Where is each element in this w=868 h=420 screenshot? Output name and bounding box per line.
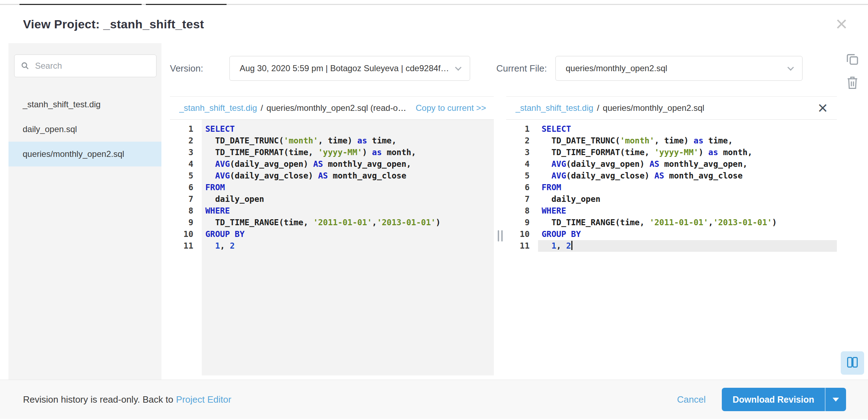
line-number: 8 bbox=[170, 205, 202, 217]
view-project-modal: View Project: _stanh_shift_test × _stanh… bbox=[0, 0, 868, 419]
line-number: 5 bbox=[506, 170, 538, 182]
code-line-text: SELECT bbox=[202, 123, 494, 135]
line-number: 8 bbox=[506, 205, 538, 217]
code-line-text: TD_DATE_TRUNC('month', time) as time, bbox=[202, 135, 494, 147]
code-line-text: GROUP BY bbox=[538, 228, 837, 240]
code-line-text: TD_TIME_RANGE(time, '2011-01-01','2013-0… bbox=[538, 217, 837, 228]
close-icon[interactable]: × bbox=[835, 13, 847, 34]
readonly-code-editor[interactable]: 1SELECT2 TD_DATE_TRUNC('month', time) as… bbox=[170, 120, 494, 375]
chevron-down-icon bbox=[455, 64, 461, 70]
code-line[interactable]: 5 AVG(daily_avg_close) AS month_avg_clos… bbox=[506, 170, 837, 182]
copy-icon bbox=[846, 61, 859, 67]
code-line[interactable]: 3 TD_TIME_FORMAT(time, 'yyyy-MM') as mon… bbox=[170, 147, 494, 158]
code-line-text: AVG(daily_avg_close) AS month_avg_close bbox=[202, 170, 494, 182]
code-line[interactable]: 10GROUP BY bbox=[170, 228, 494, 240]
code-line[interactable]: 8WHERE bbox=[170, 205, 494, 217]
breadcrumb-project-link[interactable]: _stanh_shift_test.dig bbox=[179, 103, 257, 113]
code-line[interactable]: 2 TD_DATE_TRUNC('month', time) as time, bbox=[506, 135, 837, 147]
line-number: 10 bbox=[170, 228, 202, 240]
line-number: 7 bbox=[506, 193, 538, 205]
search-box bbox=[14, 55, 156, 77]
line-number: 11 bbox=[170, 240, 202, 252]
sidebar-file-item[interactable]: _stanh_shift_test.dig bbox=[8, 92, 161, 117]
resize-handle-icon[interactable] bbox=[498, 230, 503, 242]
code-line[interactable]: 10GROUP BY bbox=[506, 228, 837, 240]
search-icon bbox=[21, 61, 30, 72]
code-line-text: FROM bbox=[538, 182, 837, 193]
code-line-text: daily_open bbox=[538, 193, 837, 205]
breadcrumb: _stanh_shift_test.dig/queries/monthly_op… bbox=[515, 103, 704, 113]
code-line[interactable]: 1SELECT bbox=[506, 123, 837, 135]
code-line[interactable]: 4 AVG(daily_avg_open) AS monthly_avg_ope… bbox=[170, 158, 494, 170]
code-line[interactable]: 7 daily_open bbox=[170, 193, 494, 205]
code-line[interactable]: 9 TD_TIME_RANGE(time, '2011-01-01','2013… bbox=[170, 217, 494, 228]
version-select[interactable]: Aug 30, 2020 5:59 pm | Botagoz Suleyeva … bbox=[229, 56, 470, 81]
sidebar-file-item[interactable]: queries/monthly_open2.sql bbox=[8, 142, 161, 166]
page-title: View Project: _stanh_shift_test bbox=[23, 17, 204, 31]
footer-actions: Cancel Download Revision bbox=[677, 388, 846, 411]
code-line-text: TD_TIME_FORMAT(time, 'yyyy-MM') as month… bbox=[202, 147, 494, 158]
search-input[interactable] bbox=[14, 55, 156, 77]
code-line[interactable]: 6FROM bbox=[170, 182, 494, 193]
main-content: Version: Aug 30, 2020 5:59 pm | Botagoz … bbox=[170, 43, 837, 380]
current-panel-header: _stanh_shift_test.dig/queries/monthly_op… bbox=[506, 96, 837, 120]
line-number: 5 bbox=[170, 170, 202, 182]
breadcrumb-project-link[interactable]: _stanh_shift_test.dig bbox=[515, 103, 593, 113]
code-line-text: GROUP BY bbox=[202, 228, 494, 240]
copy-to-current-link[interactable]: Copy to current >> bbox=[416, 103, 486, 113]
line-number: 4 bbox=[506, 158, 538, 170]
breadcrumb-separator: / bbox=[597, 103, 599, 113]
code-line[interactable]: 1SELECT bbox=[170, 123, 494, 135]
code-line-text: SELECT bbox=[538, 123, 837, 135]
version-value: Aug 30, 2020 5:59 pm | Botagoz Suleyeva … bbox=[240, 63, 450, 73]
right-icon-rail bbox=[837, 43, 868, 380]
line-number: 7 bbox=[170, 193, 202, 205]
current-file-select[interactable]: queries/monthly_open2.sql bbox=[555, 56, 803, 81]
revision-panel-header: _stanh_shift_test.dig/queries/monthly_op… bbox=[170, 96, 494, 120]
download-options-button[interactable] bbox=[825, 388, 846, 411]
text-cursor bbox=[571, 241, 572, 250]
delete-file-button[interactable] bbox=[846, 75, 859, 90]
toolbar: Version: Aug 30, 2020 5:59 pm | Botagoz … bbox=[170, 56, 837, 81]
line-number: 1 bbox=[506, 123, 538, 135]
sidebar-file-item[interactable]: daily_open.sql bbox=[8, 117, 161, 142]
footer-message: Revision history is read-only. Back toPr… bbox=[23, 394, 231, 405]
code-line[interactable]: 7 daily_open bbox=[506, 193, 837, 205]
code-line[interactable]: 11 1, 2 bbox=[506, 240, 837, 252]
code-line-text: WHERE bbox=[202, 205, 494, 217]
code-line-text: FROM bbox=[202, 182, 494, 193]
line-number: 9 bbox=[506, 217, 538, 228]
code-line-text: daily_open bbox=[202, 193, 494, 205]
code-line-text: AVG(daily_avg_open) AS monthly_avg_open, bbox=[202, 158, 494, 170]
cancel-button[interactable]: Cancel bbox=[677, 394, 706, 405]
code-line[interactable]: 3 TD_TIME_FORMAT(time, 'yyyy-MM') as mon… bbox=[506, 147, 837, 158]
line-number: 6 bbox=[170, 182, 202, 193]
copy-file-button[interactable] bbox=[846, 52, 859, 66]
code-line[interactable]: 9 TD_TIME_RANGE(time, '2011-01-01','2013… bbox=[506, 217, 837, 228]
code-line[interactable]: 6FROM bbox=[506, 182, 837, 193]
code-line[interactable]: 11 1, 2 bbox=[170, 240, 494, 252]
current-code-editor[interactable]: 1SELECT2 TD_DATE_TRUNC('month', time) as… bbox=[506, 120, 837, 375]
code-line-text: TD_DATE_TRUNC('month', time) as time, bbox=[538, 135, 837, 147]
code-line[interactable]: 8WHERE bbox=[506, 205, 837, 217]
line-number: 11 bbox=[506, 240, 538, 252]
code-line-text: TD_TIME_RANGE(time, '2011-01-01','2013-0… bbox=[202, 217, 494, 228]
split-view-icon bbox=[846, 356, 859, 370]
project-editor-link[interactable]: Project Editor bbox=[176, 394, 231, 405]
panel-close-icon[interactable]: × bbox=[818, 100, 828, 117]
current-file-panel: _stanh_shift_test.dig/queries/monthly_op… bbox=[506, 96, 837, 375]
line-number: 9 bbox=[170, 217, 202, 228]
line-number: 3 bbox=[170, 147, 202, 158]
code-line[interactable]: 4 AVG(daily_avg_open) AS monthly_avg_ope… bbox=[506, 158, 837, 170]
top-edge-decoration bbox=[0, 0, 868, 5]
breadcrumb: _stanh_shift_test.dig/queries/monthly_op… bbox=[179, 103, 409, 113]
line-number: 4 bbox=[170, 158, 202, 170]
split-view-button[interactable] bbox=[841, 351, 864, 375]
footer-message-text: Revision history is read-only. Back to bbox=[23, 394, 173, 405]
line-number: 2 bbox=[170, 135, 202, 147]
code-line-text: 1, 2 bbox=[202, 240, 494, 252]
download-revision-button[interactable]: Download Revision bbox=[722, 388, 825, 411]
code-line[interactable]: 2 TD_DATE_TRUNC('month', time) as time, bbox=[170, 135, 494, 147]
code-line[interactable]: 5 AVG(daily_avg_close) AS month_avg_clos… bbox=[170, 170, 494, 182]
file-list: _stanh_shift_test.digdaily_open.sqlqueri… bbox=[8, 92, 161, 166]
